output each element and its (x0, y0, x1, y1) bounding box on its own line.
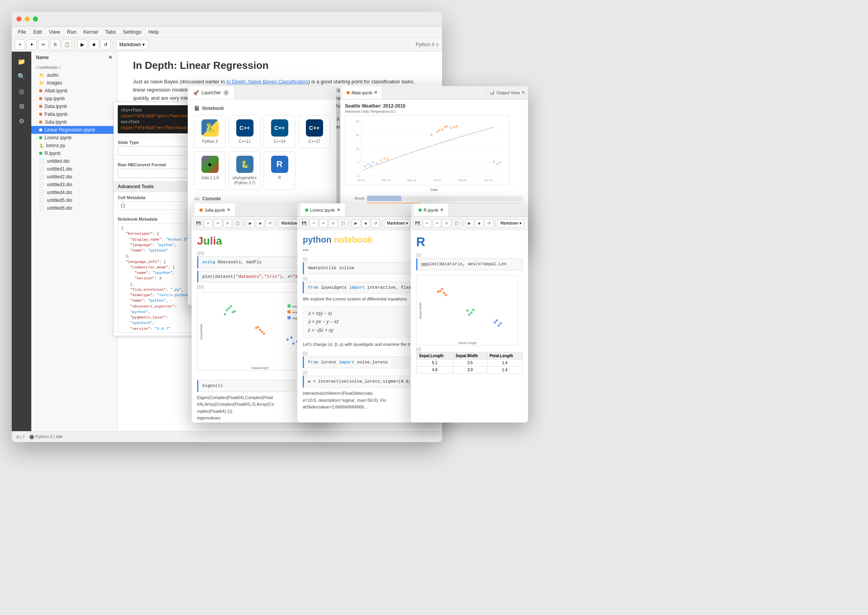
svg-point-59 (263, 333, 265, 335)
julia-run-btn[interactable]: ▶ (246, 219, 255, 228)
julia-add-btn[interactable]: + (204, 219, 212, 228)
maximize-button[interactable] (33, 16, 38, 22)
sidebar-item-lorenz-py[interactable]: 🐍 lorenz.py (31, 142, 117, 149)
save-button[interactable]: + (15, 40, 25, 50)
r-cut-btn[interactable]: ✂ (433, 219, 441, 228)
julia-tab[interactable]: Julia.ipynb ✕ (195, 203, 235, 216)
paste-button[interactable]: 📋 (62, 40, 72, 50)
lorenz-stop-btn[interactable]: ■ (361, 219, 370, 228)
r-tab[interactable]: R.ipynb ✕ (414, 203, 449, 216)
lorenz-run-btn[interactable]: ▶ (352, 219, 360, 228)
launcher-julia[interactable]: ● Julia 1.1.0 (194, 151, 226, 190)
sidebar-item-altair[interactable]: Altair.ipynb (31, 87, 117, 95)
menu-help[interactable]: Help (145, 28, 162, 36)
menu-edit[interactable]: Edit (30, 28, 45, 36)
launcher-cpp17[interactable]: C++ C++17 (298, 115, 330, 148)
lorenz-copy-btn[interactable]: ⎘ (329, 219, 338, 228)
julia-save-btn[interactable]: 💾 (194, 219, 203, 228)
sidebar-item-untitled4[interactable]: 📄 untitled4.dio (31, 189, 117, 196)
menu-kernel[interactable]: Kernel (80, 28, 101, 36)
r-stop-btn[interactable]: ■ (475, 219, 483, 228)
sidebar-item-untitled6[interactable]: 📄 untitled6.dio (31, 204, 117, 212)
menu-tabs[interactable]: Tabs (102, 28, 119, 36)
julia-paste-btn[interactable]: 📋 (233, 219, 242, 228)
menu-view[interactable]: View (46, 28, 63, 36)
cell-type-dropdown[interactable]: Markdown ▾ (116, 40, 148, 50)
lorenz-close[interactable]: ✕ (337, 207, 340, 212)
lorenz-cut-btn[interactable]: ✂ (319, 219, 328, 228)
copy-button[interactable]: ⎘ (50, 40, 60, 50)
lorenz-restart-btn[interactable]: ↺ (371, 219, 380, 228)
sidebar-item-fatia[interactable]: Fatia.ipynb (31, 110, 117, 118)
launcher-tab[interactable]: 🚀 Launcher ✕ (188, 86, 235, 99)
svg-rect-67 (288, 310, 291, 313)
r-run-btn[interactable]: ▶ (465, 219, 474, 228)
launcher-cpp14[interactable]: C++ C++14 (264, 115, 295, 148)
output-view-close[interactable]: ✕ (521, 90, 525, 95)
r-restart-btn[interactable]: ↺ (485, 219, 493, 228)
output-view-label[interactable]: 📊 Output View ✕ (486, 86, 528, 99)
sidebar-item-julia[interactable]: Julia.ipynb (31, 118, 117, 126)
julia-close[interactable]: ✕ (227, 207, 230, 212)
sidebar-item-audio[interactable]: 📁 audio (31, 71, 117, 79)
sidebar-item-untitled2[interactable]: 📄 untitled2.dio (31, 173, 117, 181)
svg-point-28 (436, 131, 438, 133)
altair-tab[interactable]: Altair.ipynb ✕ (343, 86, 381, 99)
stop-button[interactable]: ■ (89, 40, 99, 50)
minimize-button[interactable] (25, 16, 30, 22)
lorenz-cell-type[interactable]: Markdown ▾ (384, 219, 411, 228)
lorenz-save-btn[interactable]: 💾 (300, 219, 308, 228)
r-code-1[interactable]: ggplot(data=iris, aes(x=Sepal.Len (416, 258, 523, 270)
lorenz-add-btn[interactable]: + (309, 219, 318, 228)
svg-point-60 (286, 338, 289, 341)
sidebar-item-linear-regression[interactable]: Linear Regression.ipynb (31, 126, 117, 134)
svg-text:Jan 01: Jan 01 (357, 179, 365, 182)
sidebar-item-untitled1[interactable]: 📄 untitled1.dio (31, 165, 117, 173)
close-button[interactable] (16, 16, 22, 22)
menu-file[interactable]: File (15, 28, 29, 36)
altair-close[interactable]: ✕ (374, 90, 377, 95)
lorenz-paste-btn[interactable]: 📋 (339, 219, 347, 228)
restart-button[interactable]: ↺ (101, 40, 111, 50)
settings-icon[interactable]: ⚙ (15, 114, 28, 128)
sidebar-item-images[interactable]: 📁 images (31, 79, 117, 87)
extensions-icon[interactable]: ⊞ (15, 99, 28, 113)
cut-button[interactable]: ✂ (38, 40, 49, 50)
console-section-title: ⌨️ Console (194, 196, 330, 201)
sidebar-item-cpp[interactable]: cpp.ipynb (31, 95, 117, 102)
sidebar-item-lorenz[interactable]: Lorenz.ipynb (31, 134, 117, 142)
julia-cut-btn[interactable]: ✂ (214, 219, 222, 228)
svg-point-80 (472, 309, 474, 311)
svg-point-32 (446, 125, 448, 128)
add-cell-button[interactable]: ✦ (27, 40, 37, 50)
r-close[interactable]: ✕ (440, 207, 444, 212)
files-icon[interactable]: 📁 (15, 55, 28, 68)
r-copy-btn[interactable]: ⎘ (442, 219, 451, 228)
r-save-btn[interactable]: 💾 (413, 219, 422, 228)
sidebar-item-untitled3[interactable]: 📄 untitled3.dio (31, 181, 117, 189)
sidebar-item-r[interactable]: R.ipynb (31, 149, 117, 157)
sidebar-item-untitled5[interactable]: 📄 untitled5.dio (31, 196, 117, 204)
julia-tab-dot (199, 209, 203, 212)
sidebar-item-data[interactable]: Data.ipynb (31, 102, 117, 110)
menu-run[interactable]: Run (64, 28, 79, 36)
r-paste-btn[interactable]: 📋 (452, 219, 461, 228)
table-row-1: 5.1 3.5 1.4 (417, 359, 523, 366)
sidebar-item-untitled[interactable]: 📄 untitled.dio (31, 157, 117, 165)
menu-settings[interactable]: Settings (120, 28, 144, 36)
lorenz-tab[interactable]: Lorenz.ipynb ✕ (300, 203, 345, 216)
julia-copy-btn[interactable]: ⎘ (223, 219, 232, 228)
launcher-cpp11[interactable]: C++ C++11 (229, 115, 261, 148)
search-icon[interactable]: 🔍 (15, 70, 28, 83)
launcher-python3[interactable]: 🐍 Python 3 (194, 115, 226, 148)
r-cell-type[interactable]: Markdown ▾ (498, 219, 524, 228)
launcher-close-button[interactable]: ✕ (223, 90, 229, 95)
git-icon[interactable]: ◎ (15, 85, 28, 98)
julia-stop-btn[interactable]: ■ (256, 219, 264, 228)
r-add-btn[interactable]: + (423, 219, 431, 228)
naive-bayes-link[interactable]: In Depth: Naive Bayes Classification (226, 79, 308, 85)
run-button[interactable]: ▶ (77, 40, 87, 50)
julia-restart-btn[interactable]: ↺ (266, 219, 274, 228)
launcher-phylo[interactable]: 🐍 phylogenetics (Python 3.7) (229, 151, 261, 190)
launcher-r[interactable]: R R (264, 151, 295, 190)
